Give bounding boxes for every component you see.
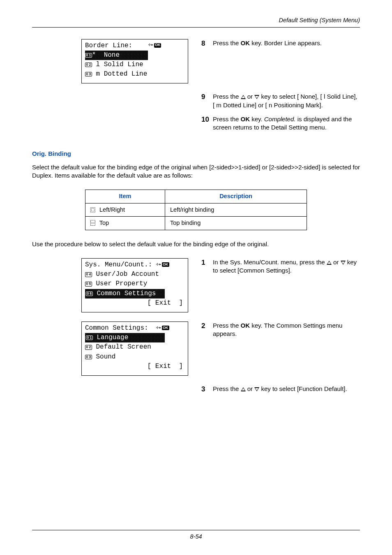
step-1b: or [332,259,341,266]
r2-desc: Top binding [165,217,307,230]
running-header: Default Setting (System Menu) [32,16,360,25]
step-3: 3 Press the or key to select [Function D… [201,385,360,394]
lcd1-num1: 0 1 [85,53,92,58]
lcd3-exit: [ Exit ] [85,362,184,371]
up-key-icon [327,261,332,265]
lcd2-opt1: User/Job Account [96,271,159,278]
lcd-border-line: Border Line: ✢▸OK 0 1* None 0 2 l Solid … [81,39,188,84]
step-10: 10 Press the OK key. Completed. is displ… [201,115,360,132]
down-key-icon [254,387,259,391]
step-8a: Press the [213,39,241,46]
table-row: ⿴ Left/Right Left/right binding [85,203,307,217]
step-2a: Press the [213,322,241,329]
lcd1-num3: 0 3 [85,72,92,76]
down-key-icon [254,95,259,99]
step-10-num: 10 [201,115,213,132]
page-footer: 8-54 [0,530,392,541]
lcd1-opt3: Dotted Line [104,70,148,78]
step-10c: Completed. [264,116,296,123]
header-rule [32,27,360,28]
step-1a: In the Sys. Menu/Count. menu, press the [213,259,327,266]
step-1-num: 1 [201,258,213,275]
orig-binding-body: Select the default value for the binding… [32,163,360,180]
step-8: 8 Press the OK key. Border Line appears. [201,39,360,49]
lcd2-num1: 0 4 [85,272,92,277]
th-item: Item [85,190,165,204]
step-8-num: 8 [201,39,213,49]
lcd1-opt1: None [104,51,120,59]
binding-after: Use the procedure below to select the de… [32,240,360,248]
r2-item: Top [99,220,109,226]
lcd3-num3: 0 3 [85,355,92,359]
lcd2-title: Sys. Menu/Count.: [85,261,152,268]
step-1: 1 In the Sys. Menu/Count. menu, press th… [201,258,360,275]
lcd2-num3: 0 6 [86,291,93,296]
step-3a: Press the [213,385,241,392]
step-3c: key to select [Function Default]. [259,385,347,392]
ok-text3: OK [241,322,250,329]
ok-text: OK [241,39,250,46]
lcd3-num1: 0 1 [86,335,93,340]
lcd2-exit: [ Exit ] [85,298,184,308]
step-9: 9 Press the or key to select [ None], [ … [201,92,360,109]
orig-binding-heading: Orig. Binding [32,150,360,158]
lcd2-num2: 0 5 [85,282,92,286]
up-key-icon [241,95,246,99]
left-right-icon: ⿴ [90,206,98,214]
step-3-num: 3 [201,385,213,394]
lcd-common-settings: Common Settings: ✢▸OK 0 1 Language 0 2 D… [81,321,188,376]
lcd3-opt2: Default Screen [96,343,151,351]
page-number: 8-54 [190,533,202,540]
lcd3-opt1: Language [97,334,128,341]
lcd3-num2: 0 2 [85,345,92,349]
lcd1-opt2: Solid Line [104,61,143,68]
lcd-sys-menu: Sys. Menu/Count.: ✢▸OK 0 4 User/Job Acco… [81,258,188,312]
nav-ok-icon: ✢▸OK [156,261,169,268]
step-10a: Press the [213,116,241,123]
table-row: ⿱ Top Top binding [85,217,307,230]
step-2: 2 Press the OK key. The Common Settings … [201,321,360,338]
top-icon: ⿱ [90,220,98,227]
nav-ok-icon: ✢▸OK [156,325,169,331]
down-key-icon [341,261,346,265]
up-key-icon [241,387,246,391]
step-10b: key. [250,116,264,123]
nav-ok-icon: ✢▸OK [148,42,161,49]
ok-text2: OK [241,116,250,123]
lcd3-opt3: Sound [96,353,115,361]
step-9a: Press the [213,93,241,100]
lcd2-opt2: User Property [96,280,147,287]
binding-table: Item Description ⿴ Left/Right Left/right… [85,190,307,230]
r1-item: Left/Right [99,206,125,213]
lcd2-opt3: Common Settings [97,290,156,297]
step-9b: or [246,93,255,100]
step-3b: or [246,385,255,392]
th-desc: Description [165,190,307,204]
r1-desc: Left/right binding [165,203,307,217]
lcd1-num2: 0 2 [85,62,92,67]
step-8b: key. Border Line appears. [250,39,322,46]
lcd1-title: Border Line: [85,42,132,49]
step-2-num: 2 [201,321,213,338]
step-9-num: 9 [201,92,213,109]
lcd3-title: Common Settings: [85,324,148,332]
